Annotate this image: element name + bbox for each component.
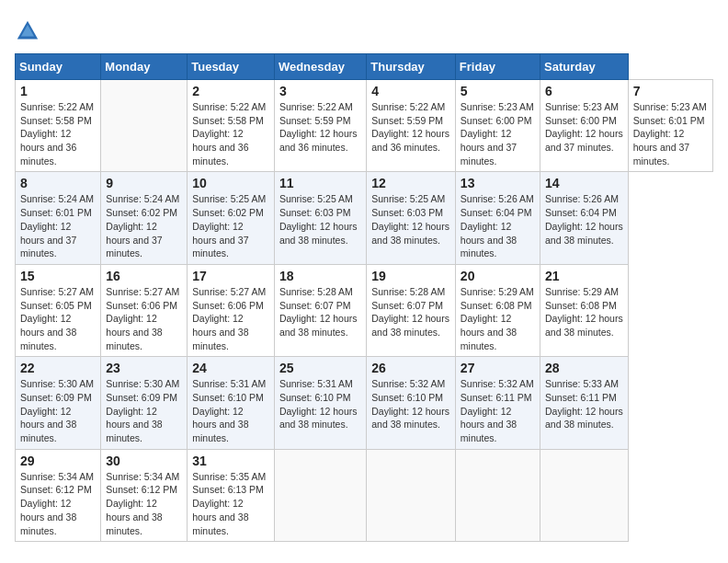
calendar-day-empty-3-3: [274, 449, 366, 541]
calendar-header-saturday: Saturday: [540, 54, 629, 80]
calendar-day-21: 21Sunrise: 5:29 AMSunset: 6:08 PMDayligh…: [540, 264, 629, 356]
calendar-day-26: 26Sunrise: 5:32 AMSunset: 6:10 PMDayligh…: [367, 357, 456, 449]
calendar-day-11: 11Sunrise: 5:25 AMSunset: 6:03 PMDayligh…: [274, 172, 366, 264]
day-number: 15: [20, 269, 96, 283]
calendar-week-5: 29Sunrise: 5:34 AMSunset: 6:12 PMDayligh…: [16, 449, 713, 541]
day-detail: Sunrise: 5:28 AMSunset: 6:07 PMDaylight:…: [279, 286, 358, 338]
calendar-day-24: 24Sunrise: 5:31 AMSunset: 6:10 PMDayligh…: [188, 357, 275, 449]
calendar-table: SundayMondayTuesdayWednesdayThursdayFrid…: [15, 53, 713, 542]
calendar-day-13: 13Sunrise: 5:26 AMSunset: 6:04 PMDayligh…: [455, 172, 540, 264]
calendar-day-2: 2Sunrise: 5:22 AMSunset: 5:58 PMDaylight…: [188, 80, 275, 172]
calendar-day-1: 1Sunrise: 5:22 AMSunset: 5:58 PMDaylight…: [16, 80, 101, 172]
day-detail: Sunrise: 5:23 AMSunset: 6:00 PMDaylight:…: [461, 101, 534, 167]
calendar-day-23: 23Sunrise: 5:30 AMSunset: 6:09 PMDayligh…: [101, 357, 188, 449]
calendar-day-12: 12Sunrise: 5:25 AMSunset: 6:03 PMDayligh…: [367, 172, 456, 264]
day-detail: Sunrise: 5:24 AMSunset: 6:02 PMDaylight:…: [106, 193, 179, 259]
day-detail: Sunrise: 5:23 AMSunset: 6:01 PMDaylight:…: [633, 101, 707, 167]
calendar-day-20: 20Sunrise: 5:29 AMSunset: 6:08 PMDayligh…: [455, 264, 540, 356]
day-number: 16: [106, 269, 182, 283]
calendar-day-27: 27Sunrise: 5:32 AMSunset: 6:11 PMDayligh…: [455, 357, 540, 449]
day-number: 6: [545, 84, 623, 98]
calendar-day-28: 28Sunrise: 5:33 AMSunset: 6:11 PMDayligh…: [540, 357, 629, 449]
calendar-header-wednesday: Wednesday: [274, 54, 366, 80]
day-number: 25: [279, 361, 361, 375]
calendar-header-friday: Friday: [455, 54, 540, 80]
calendar-day-14: 14Sunrise: 5:26 AMSunset: 6:04 PMDayligh…: [540, 172, 629, 264]
calendar-day-19: 19Sunrise: 5:28 AMSunset: 6:07 PMDayligh…: [367, 264, 456, 356]
day-number: 20: [461, 269, 535, 283]
day-detail: Sunrise: 5:29 AMSunset: 6:08 PMDaylight:…: [545, 286, 623, 338]
day-detail: Sunrise: 5:32 AMSunset: 6:11 PMDaylight:…: [461, 378, 534, 443]
calendar-day-5: 5Sunrise: 5:23 AMSunset: 6:00 PMDaylight…: [455, 80, 540, 172]
day-detail: Sunrise: 5:29 AMSunset: 6:08 PMDaylight:…: [461, 286, 534, 351]
calendar-day-8: 8Sunrise: 5:24 AMSunset: 6:01 PMDaylight…: [16, 172, 101, 264]
day-number: 5: [461, 84, 535, 98]
day-number: 27: [461, 361, 535, 375]
day-detail: Sunrise: 5:28 AMSunset: 6:07 PMDaylight:…: [371, 286, 449, 338]
day-number: 18: [279, 269, 361, 283]
day-detail: Sunrise: 5:31 AMSunset: 6:10 PMDaylight:…: [192, 378, 266, 443]
day-number: 19: [371, 269, 450, 283]
day-number: 1: [20, 84, 96, 98]
day-number: 12: [371, 176, 450, 190]
day-detail: Sunrise: 5:27 AMSunset: 6:05 PMDaylight:…: [20, 286, 94, 351]
day-number: 28: [545, 361, 623, 375]
calendar-header-tuesday: Tuesday: [188, 54, 275, 80]
day-detail: Sunrise: 5:22 AMSunset: 5:59 PMDaylight:…: [279, 101, 358, 153]
calendar-day-empty: [101, 80, 188, 172]
calendar-day-10: 10Sunrise: 5:25 AMSunset: 6:02 PMDayligh…: [188, 172, 275, 264]
day-detail: Sunrise: 5:30 AMSunset: 6:09 PMDaylight:…: [106, 378, 179, 443]
day-detail: Sunrise: 5:25 AMSunset: 6:03 PMDaylight:…: [371, 193, 449, 245]
day-number: 26: [371, 361, 450, 375]
calendar-day-empty-3-4: [367, 449, 456, 541]
day-detail: Sunrise: 5:26 AMSunset: 6:04 PMDaylight:…: [545, 193, 623, 245]
calendar-day-empty-3-6: [540, 449, 629, 541]
day-number: 23: [106, 361, 182, 375]
day-detail: Sunrise: 5:25 AMSunset: 6:02 PMDaylight:…: [192, 193, 266, 259]
day-number: 24: [192, 361, 269, 375]
day-detail: Sunrise: 5:31 AMSunset: 6:10 PMDaylight:…: [279, 378, 358, 430]
day-number: 31: [192, 454, 269, 468]
day-detail: Sunrise: 5:34 AMSunset: 6:12 PMDaylight:…: [106, 471, 179, 536]
calendar-day-25: 25Sunrise: 5:31 AMSunset: 6:10 PMDayligh…: [274, 357, 366, 449]
day-number: 21: [545, 269, 623, 283]
day-detail: Sunrise: 5:33 AMSunset: 6:11 PMDaylight:…: [545, 378, 623, 430]
logo: [15, 18, 44, 44]
calendar-week-2: 8Sunrise: 5:24 AMSunset: 6:01 PMDaylight…: [16, 172, 713, 264]
day-number: 10: [192, 176, 269, 190]
day-number: 14: [545, 176, 623, 190]
calendar-day-30: 30Sunrise: 5:34 AMSunset: 6:12 PMDayligh…: [101, 449, 188, 541]
calendar-day-empty-3-5: [455, 449, 540, 541]
calendar-day-17: 17Sunrise: 5:27 AMSunset: 6:06 PMDayligh…: [188, 264, 275, 356]
day-detail: Sunrise: 5:34 AMSunset: 6:12 PMDaylight:…: [20, 471, 94, 536]
day-number: 4: [371, 84, 450, 98]
calendar-day-3: 3Sunrise: 5:22 AMSunset: 5:59 PMDaylight…: [274, 80, 366, 172]
day-detail: Sunrise: 5:27 AMSunset: 6:06 PMDaylight:…: [106, 286, 179, 351]
calendar-day-22: 22Sunrise: 5:30 AMSunset: 6:09 PMDayligh…: [16, 357, 101, 449]
calendar-day-6: 6Sunrise: 5:23 AMSunset: 6:00 PMDaylight…: [540, 80, 629, 172]
calendar-header-monday: Monday: [101, 54, 188, 80]
calendar-header-thursday: Thursday: [367, 54, 456, 80]
day-number: 7: [633, 84, 708, 98]
day-detail: Sunrise: 5:22 AMSunset: 5:58 PMDaylight:…: [192, 101, 266, 167]
calendar-day-31: 31Sunrise: 5:35 AMSunset: 6:13 PMDayligh…: [188, 449, 275, 541]
calendar-day-16: 16Sunrise: 5:27 AMSunset: 6:06 PMDayligh…: [101, 264, 188, 356]
calendar-day-4: 4Sunrise: 5:22 AMSunset: 5:59 PMDaylight…: [367, 80, 456, 172]
day-detail: Sunrise: 5:35 AMSunset: 6:13 PMDaylight:…: [192, 471, 266, 536]
day-detail: Sunrise: 5:26 AMSunset: 6:04 PMDaylight:…: [461, 193, 534, 259]
calendar-day-9: 9Sunrise: 5:24 AMSunset: 6:02 PMDaylight…: [101, 172, 188, 264]
calendar-day-7: 7Sunrise: 5:23 AMSunset: 6:01 PMDaylight…: [628, 80, 712, 172]
calendar-header-sunday: Sunday: [16, 54, 101, 80]
calendar-week-1: 1Sunrise: 5:22 AMSunset: 5:58 PMDaylight…: [16, 80, 713, 172]
calendar-header-row: SundayMondayTuesdayWednesdayThursdayFrid…: [16, 54, 713, 80]
calendar-day-18: 18Sunrise: 5:28 AMSunset: 6:07 PMDayligh…: [274, 264, 366, 356]
day-number: 11: [279, 176, 361, 190]
day-number: 30: [106, 454, 182, 468]
day-number: 9: [106, 176, 182, 190]
day-detail: Sunrise: 5:27 AMSunset: 6:06 PMDaylight:…: [192, 286, 266, 351]
calendar-week-3: 15Sunrise: 5:27 AMSunset: 6:05 PMDayligh…: [16, 264, 713, 356]
day-number: 8: [20, 176, 96, 190]
day-detail: Sunrise: 5:23 AMSunset: 6:00 PMDaylight:…: [545, 101, 623, 153]
day-number: 3: [279, 84, 361, 98]
day-detail: Sunrise: 5:22 AMSunset: 5:59 PMDaylight:…: [371, 101, 449, 153]
